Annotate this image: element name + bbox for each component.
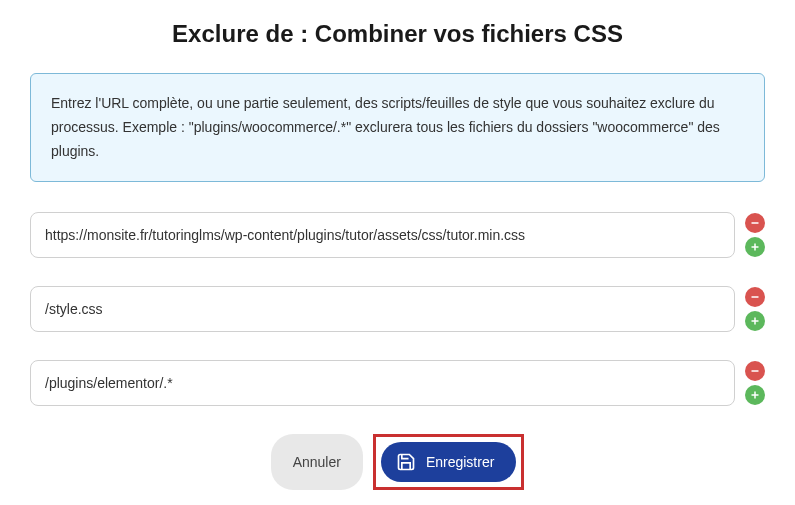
save-label: Enregistrer bbox=[426, 454, 494, 470]
add-button[interactable] bbox=[745, 237, 765, 257]
add-button[interactable] bbox=[745, 311, 765, 331]
cancel-button[interactable]: Annuler bbox=[271, 434, 363, 490]
save-icon bbox=[396, 452, 416, 472]
plus-icon bbox=[749, 315, 761, 327]
highlight-box: Enregistrer bbox=[373, 434, 524, 490]
page-title: Exclure de : Combiner vos fichiers CSS bbox=[30, 20, 765, 48]
input-row bbox=[30, 286, 765, 332]
input-row bbox=[30, 360, 765, 406]
exclude-url-input[interactable] bbox=[30, 360, 735, 406]
save-button[interactable]: Enregistrer bbox=[381, 442, 516, 482]
plus-icon bbox=[749, 389, 761, 401]
minus-icon bbox=[749, 365, 761, 377]
plus-icon bbox=[749, 241, 761, 253]
exclude-url-input[interactable] bbox=[30, 212, 735, 258]
footer-actions: Annuler Enregistrer bbox=[30, 434, 765, 490]
add-button[interactable] bbox=[745, 385, 765, 405]
minus-icon bbox=[749, 291, 761, 303]
input-row bbox=[30, 212, 765, 258]
remove-button[interactable] bbox=[745, 361, 765, 381]
info-box: Entrez l'URL complète, ou une partie seu… bbox=[30, 73, 765, 182]
exclude-url-input[interactable] bbox=[30, 286, 735, 332]
remove-button[interactable] bbox=[745, 213, 765, 233]
minus-icon bbox=[749, 217, 761, 229]
remove-button[interactable] bbox=[745, 287, 765, 307]
